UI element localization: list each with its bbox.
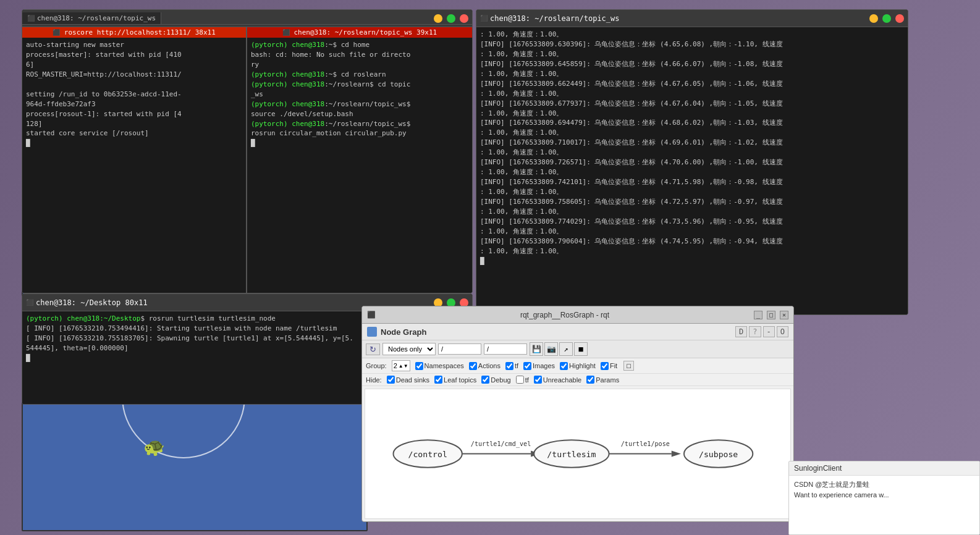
- refresh-button[interactable]: ↻: [366, 343, 380, 355]
- highlight-checkbox[interactable]: [560, 362, 568, 370]
- rt-line-9: [INFO] [1676533809.694479]: 乌龟位姿信息：坐标 (4…: [480, 118, 904, 128]
- params-text: Params: [596, 376, 619, 384]
- edge2-arrow: [672, 450, 681, 457]
- dead-sinks-checkbox[interactable]: [387, 376, 395, 384]
- sunlogin-line1: CSDN @芝士就是力量蛙: [794, 479, 974, 490]
- spinner-arrows[interactable]: ▲▼: [399, 363, 408, 369]
- icon-btn-row: 💾 📷 ↗ ■: [530, 342, 588, 356]
- rqt-dash-btn[interactable]: -: [763, 326, 775, 337]
- images-checkbox[interactable]: [523, 362, 531, 370]
- rqt-help-btn[interactable]: D: [735, 326, 747, 337]
- fit-checkbox-label: Fit: [601, 362, 617, 370]
- rt-line-17: [INFO] [1676533809.758605]: 乌龟位姿信息：坐标 (4…: [480, 197, 904, 207]
- rline-4: (pytorch) chen@318:~$ cd roslearn: [251, 70, 468, 80]
- term-bottom-icon: ⬛: [26, 299, 33, 306]
- rt-line-20: : 1.00, 角速度：1.00。: [480, 227, 904, 237]
- export-btn[interactable]: ↗: [559, 342, 573, 356]
- unreachable-text: Unreachable: [543, 376, 581, 384]
- term-right-content: : 1.00, 角速度：1.00。 [INFO] [1676533809.630…: [476, 27, 908, 314]
- term-right-icon: ⬛: [480, 15, 488, 22]
- tf-checkbox[interactable]: [505, 362, 513, 370]
- pane-left-title: ⬛ roscore http://localhost:11311/ 38x11: [22, 27, 246, 38]
- rline-6: _ws: [251, 90, 468, 99]
- rqt-maximize-btn[interactable]: □: [767, 311, 775, 319]
- rqt-hide-options: Hide: Dead sinks Leaf topics Debug tf: [362, 374, 793, 386]
- maximize-button[interactable]: [447, 14, 455, 23]
- rt-line-3: [INFO] [1676533809.645859]: 乌龟位姿信息：坐标 (4…: [480, 59, 904, 69]
- rt-line-14: : 1.00, 角速度：1.00。: [480, 167, 904, 177]
- term-bottom-title: chen@318: ~/Desktop 80x11: [36, 298, 148, 307]
- rqt-circle-btn[interactable]: O: [777, 326, 788, 337]
- fit-checkbox[interactable]: [601, 362, 609, 370]
- tab-roscore[interactable]: ⬛ chen@318: ~/roslearn/topic_ws: [22, 12, 161, 24]
- leaf-topics-checkbox[interactable]: [434, 376, 442, 384]
- images-label: Images: [533, 362, 555, 369]
- rt-line-16: : 1.00, 角速度：1.00。: [480, 187, 904, 197]
- rqt-body: Node Graph D ? - O ↻ Nodes only 💾 📷: [362, 324, 793, 521]
- fit-label: Fit: [610, 362, 617, 369]
- minimize-right-btn[interactable]: [869, 14, 878, 23]
- save-graph-btn[interactable]: 💾: [530, 342, 543, 356]
- line-3: 6]: [26, 60, 242, 70]
- params-checkbox[interactable]: [586, 376, 594, 384]
- namespaces-checkbox[interactable]: [415, 362, 423, 370]
- debug-text: Debug: [491, 376, 510, 384]
- rline-cursor: █: [251, 138, 468, 148]
- namespaces-checkbox-label: Namespaces: [415, 362, 464, 370]
- dead-sinks-label: Dead sinks: [387, 376, 429, 384]
- turtle-icon: 🐢: [143, 437, 165, 457]
- minimize-button[interactable]: [434, 14, 442, 23]
- node-graph-label: Node Graph: [381, 327, 426, 337]
- highlight-checkbox-label: Highlight: [560, 362, 596, 370]
- actions-checkbox[interactable]: [469, 362, 477, 370]
- filter2-input[interactable]: [484, 343, 527, 355]
- rt-cursor: █: [480, 256, 904, 266]
- close-right-btn[interactable]: [895, 14, 904, 23]
- unreachable-checkbox[interactable]: [534, 376, 542, 384]
- rqt-close-btn[interactable]: ✕: [780, 311, 788, 319]
- node-control-label: /control: [408, 450, 447, 459]
- group-label: Group:: [366, 362, 387, 369]
- rt-line-10: : 1.00, 角速度：1.00。: [480, 128, 904, 138]
- sunlogin-panel: SunloginClient CSDN @芝士就是力量蛙 Want to exp…: [788, 461, 980, 535]
- rt-line-7: [INFO] [1676533809.677937]: 乌龟位姿信息：坐标 (4…: [480, 99, 904, 109]
- leaf-topics-label: Leaf topics: [434, 376, 476, 384]
- hide-tf-text: tf: [525, 376, 529, 384]
- desktop: 🐢 ⬛ chen@318: ~/roslearn/topic_ws ⬛ rosc…: [0, 0, 980, 535]
- rline-2: bash: cd: home: No such file or directo: [251, 50, 468, 60]
- term-right-title: chen@318: ~/roslearn/topic_ws: [490, 14, 620, 23]
- pane-right-icon: ⬛: [282, 29, 290, 36]
- edge2-label: /turtle1/pose: [621, 440, 670, 447]
- graph-svg: /control /turtle1/cmd_vel /turtlesim /tu…: [365, 389, 790, 518]
- nodes-only-select[interactable]: Nodes only: [382, 343, 436, 355]
- line-8: process[rosout-1]: started with pid [4: [26, 109, 242, 119]
- screenshot-btn[interactable]: 📷: [544, 342, 558, 356]
- fit-button[interactable]: □: [623, 361, 634, 371]
- rqt-minimize-btn[interactable]: _: [754, 311, 762, 319]
- edge1-label: /turtle1/cmd_vel: [471, 440, 531, 448]
- line-2: process[master]: started with pid [410: [26, 50, 242, 60]
- group-spinner[interactable]: 2 ▲▼: [392, 360, 410, 371]
- rt-line-2: : 1.00, 角速度：1.00。: [480, 49, 904, 59]
- hide-tf-checkbox[interactable]: [516, 376, 524, 384]
- rt-line-11: [INFO] [1676533809.710017]: 乌龟位姿信息：坐标 (4…: [480, 138, 904, 148]
- node-subpose-label: /subpose: [699, 450, 738, 459]
- close-button[interactable]: [460, 14, 468, 23]
- debug-checkbox[interactable]: [481, 376, 489, 384]
- rt-line-18: : 1.00, 角速度：1.00。: [480, 207, 904, 217]
- rline-7: (pytorch) chen@318:~/roslearn/topic_ws$: [251, 99, 468, 109]
- tf-checkbox-label: tf: [505, 362, 518, 370]
- params-label: Params: [586, 376, 619, 384]
- rt-line-22: : 1.00, 角速度：1.00。: [480, 246, 904, 256]
- rline-8: source ./devel/setup.bash: [251, 109, 468, 119]
- filter1-input[interactable]: [438, 343, 481, 355]
- dark-mode-btn[interactable]: ■: [574, 342, 588, 356]
- leaf-topics-text: Leaf topics: [444, 376, 476, 384]
- rt-line-13: [INFO] [1676533809.726571]: 乌龟位姿信息：坐标 (4…: [480, 158, 904, 167]
- dead-sinks-text: Dead sinks: [396, 376, 429, 384]
- rt-line-4: : 1.00, 角速度：1.00。: [480, 69, 904, 79]
- rqt-info-btn[interactable]: ?: [749, 326, 761, 337]
- maximize-right-btn[interactable]: [882, 14, 891, 23]
- actions-label: Actions: [478, 362, 501, 369]
- rline-1: (pytorch) chen@318:~$ cd home: [251, 40, 468, 50]
